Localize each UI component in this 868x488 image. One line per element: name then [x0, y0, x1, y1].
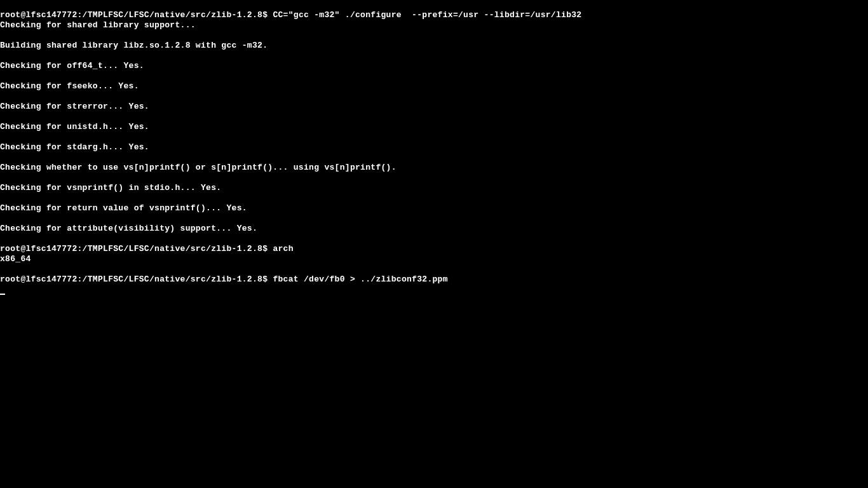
- output-line: Checking for attribute(visibility) suppo…: [0, 224, 868, 234]
- output-arch: x86_64: [0, 254, 868, 264]
- output-line: Checking for unistd.h... Yes.: [0, 122, 868, 132]
- command-fbcat: fbcat /dev/fb0 > ../zlibconf32.ppm: [273, 274, 447, 284]
- output-line: Checking for shared library support...: [0, 20, 868, 30]
- output-line: Checking for stdarg.h... Yes.: [0, 142, 868, 152]
- shell-prompt: root@lfsc147772:/TMPLFSC/LFSC/native/src…: [0, 10, 268, 20]
- command-configure: CC="gcc -m32" ./configure --prefix=/usr …: [273, 10, 581, 20]
- terminal-output[interactable]: root@lfsc147772:/TMPLFSC/LFSC/native/src…: [0, 0, 868, 295]
- output-line: Checking whether to use vs[n]printf() or…: [0, 163, 868, 173]
- prompt-line-2: root@lfsc147772:/TMPLFSC/LFSC/native/src…: [0, 244, 294, 254]
- output-line: Checking for return value of vsnprintf()…: [0, 203, 868, 214]
- cursor-icon: [0, 294, 5, 295]
- output-line: Checking for fseeko... Yes.: [0, 81, 868, 92]
- output-line: Checking for strerror... Yes.: [0, 102, 868, 112]
- output-line: Checking for off64_t... Yes.: [0, 61, 868, 71]
- output-line: Building shared library libz.so.1.2.8 wi…: [0, 41, 868, 51]
- output-line: Checking for vsnprintf() in stdio.h... Y…: [0, 183, 868, 193]
- prompt-line-3: root@lfsc147772:/TMPLFSC/LFSC/native/src…: [0, 274, 448, 284]
- shell-prompt: root@lfsc147772:/TMPLFSC/LFSC/native/src…: [0, 244, 268, 254]
- command-arch: arch: [273, 244, 293, 254]
- prompt-line-1: root@lfsc147772:/TMPLFSC/LFSC/native/src…: [0, 10, 581, 20]
- shell-prompt: root@lfsc147772:/TMPLFSC/LFSC/native/src…: [0, 274, 268, 284]
